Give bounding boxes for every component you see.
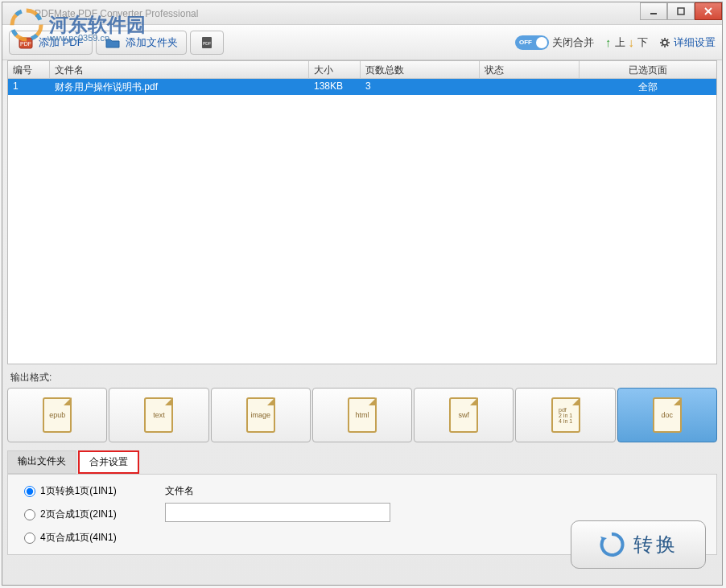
pdf-tool-button[interactable]: PDF	[190, 31, 224, 55]
watermark-logo-icon	[9, 7, 44, 43]
tab-output-folder[interactable]: 输出文件夹	[7, 450, 76, 474]
radio-4in1-label: 4页合成1页(4IN1)	[40, 531, 117, 545]
tab-merge-settings[interactable]: 合并设置	[78, 450, 139, 474]
cell-num: 1	[8, 79, 50, 95]
format-buttons: epub text image html swf pdf 2 in 1 4 in…	[7, 388, 717, 442]
table-row[interactable]: 1 财务用户操作说明书.pdf 138KB 3 全部	[8, 79, 716, 95]
radio-2in1-input[interactable]	[24, 509, 35, 520]
filename-input[interactable]	[165, 503, 390, 522]
radio-1in1[interactable]: 1页转换1页(1IN1)	[24, 484, 117, 498]
radio-1in1-label: 1页转换1页(1IN1)	[40, 484, 117, 498]
settings-button[interactable]: 详细设置	[659, 35, 716, 50]
col-size[interactable]: 大小	[309, 61, 361, 78]
col-pages[interactable]: 页数总数	[361, 61, 480, 78]
pdf-page-icon: PDF	[199, 35, 215, 50]
up-arrow-icon[interactable]: ↑	[605, 35, 612, 49]
close-merge-label: 关闭合并	[552, 35, 594, 50]
svg-rect-0	[650, 13, 657, 14]
convert-label: 转换	[633, 532, 679, 557]
filename-label: 文件名	[165, 484, 390, 498]
radio-2in1[interactable]: 2页合成1页(2IN1)	[24, 508, 117, 521]
format-doc[interactable]: doc	[617, 388, 717, 442]
gear-icon	[659, 37, 670, 48]
watermark-text: 河东软件园	[49, 12, 146, 38]
format-html[interactable]: html	[312, 388, 412, 442]
col-selected[interactable]: 已选页面	[580, 61, 716, 78]
radio-4in1[interactable]: 4页合成1页(4IN1)	[24, 531, 117, 545]
format-image[interactable]: image	[211, 388, 311, 442]
table-header: 编号 文件名 大小 页数总数 状态 已选页面	[8, 61, 716, 79]
watermark: 河东软件园	[9, 7, 146, 43]
convert-button[interactable]: 转换	[571, 520, 706, 569]
col-num[interactable]: 编号	[8, 61, 50, 78]
format-pdf[interactable]: pdf 2 in 1 4 in 1	[515, 388, 615, 442]
svg-point-3	[12, 10, 41, 39]
file-table: 编号 文件名 大小 页数总数 状态 已选页面 1 财务用户操作说明书.pdf 1…	[7, 60, 717, 364]
down-label: 下	[637, 35, 648, 50]
radio-1in1-input[interactable]	[24, 486, 35, 497]
merge-toggle[interactable]: OFF	[515, 35, 549, 50]
close-button[interactable]	[695, 2, 722, 20]
output-format-label: 输出格式:	[7, 371, 717, 384]
svg-point-8	[662, 40, 667, 45]
down-arrow-icon[interactable]: ↓	[629, 35, 635, 49]
col-name[interactable]: 文件名	[50, 61, 309, 78]
radio-2in1-label: 2页合成1页(2IN1)	[40, 508, 117, 521]
convert-icon	[598, 531, 625, 558]
cell-size: 138KB	[309, 79, 361, 95]
toggle-state: OFF	[519, 39, 532, 46]
svg-rect-1	[678, 8, 684, 14]
cell-name: 财务用户操作说明书.pdf	[50, 79, 309, 95]
toggle-knob	[536, 37, 547, 48]
settings-label: 详细设置	[674, 35, 716, 50]
format-swf[interactable]: swf	[414, 388, 514, 442]
cell-selected: 全部	[580, 79, 716, 95]
format-text[interactable]: text	[109, 388, 208, 442]
cell-pages: 3	[361, 79, 480, 95]
radio-4in1-input[interactable]	[24, 532, 35, 544]
col-status[interactable]: 状态	[480, 61, 580, 78]
format-epub[interactable]: epub	[7, 388, 107, 442]
minimize-button[interactable]	[640, 2, 667, 20]
cell-status	[480, 79, 580, 95]
svg-text:PDF: PDF	[203, 41, 211, 46]
up-label: 上	[615, 35, 625, 50]
maximize-button[interactable]	[667, 2, 695, 20]
tabs: 输出文件夹 合并设置	[7, 450, 717, 475]
